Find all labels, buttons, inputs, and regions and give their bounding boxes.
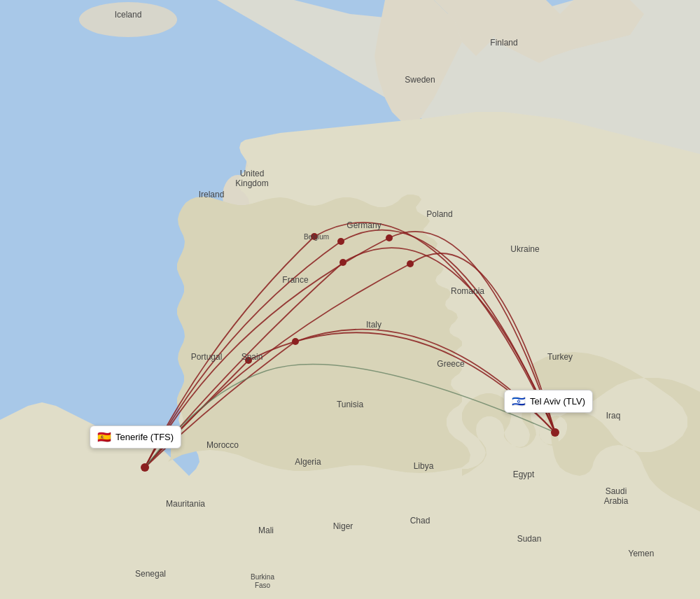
svg-text:Chad: Chad — [410, 516, 430, 526]
svg-text:Italy: Italy — [366, 320, 382, 330]
svg-text:Saudi: Saudi — [606, 486, 627, 496]
spain-flag: 🇪🇸 — [97, 430, 111, 444]
svg-text:Niger: Niger — [333, 521, 354, 531]
svg-text:Arabia: Arabia — [604, 496, 629, 506]
svg-text:Mauritania: Mauritania — [166, 499, 205, 509]
svg-text:United: United — [240, 169, 265, 178]
svg-text:Portugal: Portugal — [191, 352, 223, 362]
svg-point-1 — [79, 2, 177, 37]
svg-text:Algeria: Algeria — [295, 457, 321, 467]
svg-text:Egypt: Egypt — [513, 470, 535, 479]
tlv-label-text: Tel Aviv (TLV) — [530, 396, 585, 407]
svg-text:Spain: Spain — [241, 352, 263, 362]
israel-flag: 🇮🇱 — [512, 395, 526, 408]
svg-text:Sweden: Sweden — [405, 75, 435, 85]
svg-text:Sudan: Sudan — [517, 534, 542, 544]
svg-point-11 — [141, 463, 149, 472]
svg-text:Greece: Greece — [437, 359, 465, 369]
svg-text:Faso: Faso — [255, 582, 271, 589]
svg-text:Romania: Romania — [451, 286, 484, 296]
svg-text:Turkey: Turkey — [547, 352, 573, 362]
svg-text:France: France — [282, 275, 309, 285]
svg-text:Finland: Finland — [490, 38, 517, 48]
svg-text:Libya: Libya — [414, 461, 434, 471]
svg-text:Germany: Germany — [346, 220, 381, 230]
tfs-label-text: Tenerife (TFS) — [115, 432, 174, 442]
svg-point-5 — [386, 234, 393, 241]
svg-point-6 — [337, 238, 344, 245]
svg-text:Morocco: Morocco — [206, 440, 239, 450]
svg-point-8 — [340, 259, 346, 266]
tlv-airport-label[interactable]: 🇮🇱 Tel Aviv (TLV) — [504, 390, 593, 413]
svg-text:Senegal: Senegal — [135, 569, 166, 579]
svg-point-12 — [551, 428, 559, 437]
svg-text:Belgium: Belgium — [304, 233, 329, 241]
svg-text:Ukraine: Ukraine — [510, 244, 540, 254]
tfs-airport-label[interactable]: 🇪🇸 Tenerife (TFS) — [90, 425, 181, 449]
svg-text:Iraq: Iraq — [606, 411, 621, 421]
map-container: Iceland Finland Sweden United Kingdom Ir… — [0, 0, 700, 599]
svg-text:Burkina: Burkina — [251, 573, 274, 581]
svg-text:Kingdom: Kingdom — [235, 178, 268, 188]
svg-text:Mali: Mali — [258, 526, 274, 535]
map-svg: Iceland Finland Sweden United Kingdom Ir… — [0, 0, 700, 599]
svg-point-7 — [407, 260, 414, 267]
svg-text:Tunisia: Tunisia — [337, 400, 364, 409]
svg-text:Poland: Poland — [426, 209, 452, 219]
svg-text:Ireland: Ireland — [199, 190, 225, 199]
svg-point-10 — [292, 338, 299, 345]
svg-text:Iceland: Iceland — [115, 10, 142, 20]
svg-text:Yemen: Yemen — [629, 549, 654, 558]
